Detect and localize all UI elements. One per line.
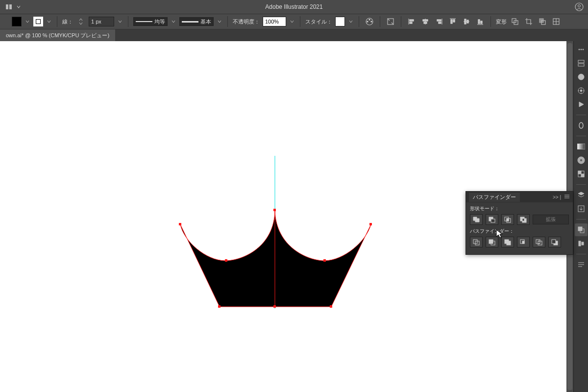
graphic-style-swatch[interactable] bbox=[335, 17, 345, 26]
stroke-profile[interactable]: 均等 bbox=[133, 17, 168, 26]
anchor-point[interactable] bbox=[225, 259, 227, 262]
outline-button[interactable] bbox=[533, 237, 545, 247]
brush-dropdown[interactable] bbox=[217, 17, 222, 26]
anchor-point[interactable] bbox=[218, 305, 220, 308]
svg-rect-22 bbox=[465, 19, 466, 24]
svg-point-5 bbox=[369, 19, 370, 20]
svg-rect-50 bbox=[578, 171, 581, 174]
color-panel-icon[interactable] bbox=[575, 71, 588, 83]
align-center-h-icon[interactable] bbox=[420, 16, 431, 27]
title-bar: Adobe Illustrator 2021 bbox=[0, 0, 588, 14]
paragraph-panel-icon[interactable] bbox=[575, 258, 588, 271]
style-dropdown[interactable] bbox=[348, 17, 354, 26]
intersect-button[interactable] bbox=[501, 214, 514, 225]
svg-point-3 bbox=[578, 5, 581, 7]
pathfinder-panel-icon[interactable] bbox=[575, 223, 588, 236]
crop-button[interactable] bbox=[517, 237, 530, 247]
stroke-panel-icon[interactable] bbox=[575, 119, 588, 132]
pathfinders-label: パスファインダー： bbox=[470, 228, 569, 235]
svg-rect-16 bbox=[437, 20, 441, 21]
transform-label[interactable]: 変形 bbox=[496, 18, 507, 25]
opacity-input[interactable]: 100% bbox=[263, 17, 286, 26]
properties-panel-icon[interactable] bbox=[575, 57, 588, 70]
panel-collapse-icon[interactable]: >> | bbox=[553, 195, 561, 200]
align-top-icon[interactable] bbox=[447, 16, 458, 27]
svg-rect-37 bbox=[578, 64, 584, 66]
pathfinder-panel[interactable]: パスファインダー >> | 形状モード： 拡張 パスファインダー： bbox=[466, 191, 573, 255]
stroke-weight-label: 線： bbox=[62, 18, 73, 25]
crop-image-icon[interactable] bbox=[523, 16, 534, 27]
align-center-v-icon[interactable] bbox=[461, 16, 472, 27]
svg-rect-25 bbox=[478, 20, 480, 24]
anchor-point[interactable] bbox=[369, 223, 372, 225]
workspace-switcher-icon[interactable] bbox=[4, 2, 14, 12]
brush-definition[interactable]: 基本 bbox=[179, 17, 214, 26]
isolate-selected-icon[interactable] bbox=[385, 16, 396, 27]
unite-button[interactable] bbox=[470, 214, 483, 225]
stroke-weight-dropdown[interactable] bbox=[117, 17, 123, 26]
svg-rect-11 bbox=[410, 22, 412, 24]
exclude-button[interactable] bbox=[517, 214, 530, 225]
svg-rect-67 bbox=[507, 219, 509, 221]
dock-handle-icon[interactable] bbox=[575, 43, 588, 56]
align-bottom-icon[interactable] bbox=[475, 16, 486, 27]
svg-rect-1 bbox=[9, 4, 12, 9]
color-guide-panel-icon[interactable] bbox=[575, 84, 588, 97]
svg-point-6 bbox=[367, 21, 368, 22]
svg-point-40 bbox=[580, 90, 582, 92]
stroke-stepper[interactable] bbox=[76, 17, 86, 26]
gradient-panel-icon[interactable] bbox=[575, 140, 588, 153]
stroke-weight-input[interactable]: 1 px bbox=[89, 17, 114, 26]
svg-rect-76 bbox=[507, 241, 511, 245]
transparency-panel-icon[interactable] bbox=[575, 168, 588, 180]
opacity-label: 不透明度： bbox=[233, 18, 260, 25]
style-label: スタイル： bbox=[305, 18, 332, 25]
stroke-color-swatch[interactable] bbox=[33, 17, 43, 26]
svg-rect-19 bbox=[451, 20, 452, 24]
recolor-artwork-icon[interactable] bbox=[364, 16, 375, 27]
actions-panel-icon[interactable] bbox=[575, 98, 588, 111]
anchor-point[interactable] bbox=[179, 223, 181, 225]
fill-color-swatch[interactable] bbox=[12, 17, 22, 26]
svg-rect-26 bbox=[481, 21, 482, 24]
anchor-point[interactable] bbox=[273, 305, 276, 308]
select-similar-icon[interactable] bbox=[551, 16, 562, 27]
anchor-point[interactable] bbox=[323, 259, 326, 262]
asset-export-icon[interactable] bbox=[575, 202, 588, 215]
expand-button: 拡張 bbox=[533, 215, 569, 224]
svg-point-33 bbox=[579, 49, 580, 50]
trim-button[interactable] bbox=[486, 237, 498, 247]
anchor-point[interactable] bbox=[273, 209, 276, 211]
align-panel-icon[interactable] bbox=[575, 237, 588, 250]
pathfinder-header[interactable]: パスファインダー >> | bbox=[466, 192, 573, 202]
app-title: Adobe Illustrator 2021 bbox=[265, 3, 322, 10]
shape-builder-icon[interactable] bbox=[510, 16, 520, 27]
stroke-profile-dropdown[interactable] bbox=[171, 17, 176, 26]
swatches-panel-icon[interactable] bbox=[575, 154, 588, 167]
shape-modes-label: 形状モード： bbox=[470, 205, 569, 212]
fill-dropdown[interactable] bbox=[24, 17, 30, 26]
document-tab[interactable]: own.ai* @ 100 % (CMYK/CPU プレビュー) bbox=[0, 29, 115, 41]
layers-panel-icon[interactable] bbox=[575, 189, 588, 201]
svg-rect-17 bbox=[439, 22, 441, 24]
svg-rect-51 bbox=[581, 174, 584, 177]
control-bar: 線： 1 px 均等 基本 不透明度： 100% スタイル： 変形 bbox=[0, 14, 588, 29]
workspace-dropdown[interactable] bbox=[16, 2, 22, 12]
user-account-icon[interactable] bbox=[574, 2, 584, 12]
arrange-icon[interactable] bbox=[537, 16, 548, 27]
crown-artwork[interactable] bbox=[180, 210, 371, 307]
minus-front-button[interactable] bbox=[486, 214, 498, 225]
panel-menu-icon[interactable] bbox=[564, 194, 570, 200]
divide-button[interactable] bbox=[470, 237, 483, 247]
document-tab-bar: own.ai* @ 100 % (CMYK/CPU プレビュー) bbox=[0, 29, 588, 41]
anchor-point[interactable] bbox=[330, 305, 332, 308]
stroke-dropdown[interactable] bbox=[46, 17, 52, 26]
align-left-icon[interactable] bbox=[406, 16, 417, 27]
merge-button[interactable] bbox=[501, 237, 514, 247]
opacity-dropdown[interactable] bbox=[289, 17, 295, 26]
pathfinder-tab-label[interactable]: パスファインダー bbox=[469, 193, 520, 202]
align-right-icon[interactable] bbox=[434, 16, 444, 27]
minus-back-button[interactable] bbox=[548, 237, 561, 247]
svg-rect-13 bbox=[423, 20, 428, 21]
svg-rect-46 bbox=[577, 144, 585, 149]
